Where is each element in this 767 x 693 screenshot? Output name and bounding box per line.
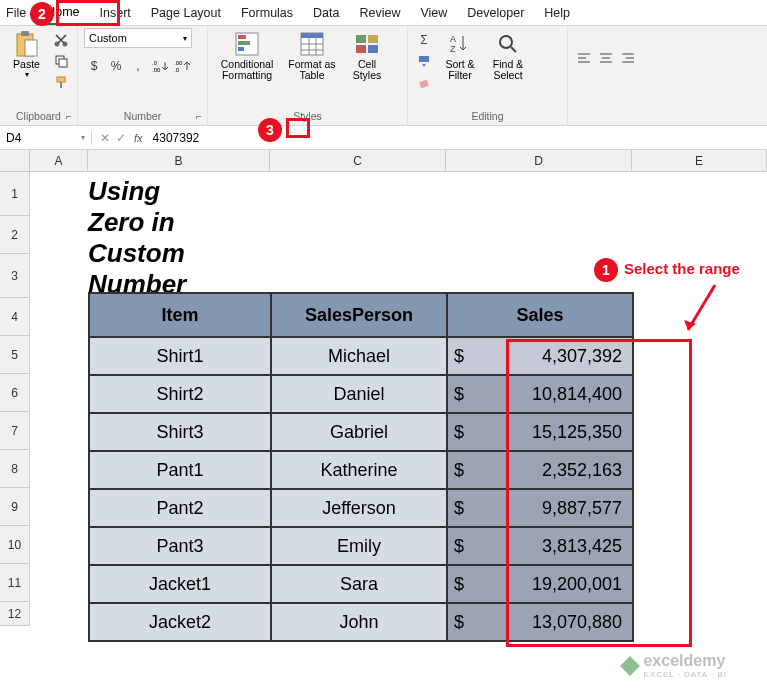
cell-sales[interactable]: $15,125,350 <box>447 413 633 451</box>
currency-symbol: $ <box>454 498 464 519</box>
svg-rect-6 <box>59 59 67 67</box>
fx-icon[interactable]: fx <box>134 132 149 144</box>
cell-salesperson[interactable]: Sara <box>271 565 447 603</box>
enter-formula-icon[interactable]: ✓ <box>116 131 126 145</box>
tab-help[interactable]: Help <box>534 2 580 24</box>
cell-salesperson[interactable]: John <box>271 603 447 641</box>
cell-salesperson[interactable]: Gabriel <box>271 413 447 451</box>
tab-file[interactable]: File <box>0 2 36 24</box>
cell-item[interactable]: Pant3 <box>89 527 271 565</box>
row-header-9[interactable]: 9 <box>0 488 30 526</box>
svg-text:.0: .0 <box>152 60 158 66</box>
tab-view[interactable]: View <box>410 2 457 24</box>
decrease-decimal-button[interactable]: .00.0 <box>172 56 192 76</box>
cancel-formula-icon[interactable]: ✕ <box>100 131 110 145</box>
clipboard-launcher[interactable]: ⌐ <box>63 110 75 122</box>
cell-item[interactable]: Jacket1 <box>89 565 271 603</box>
column-header-E[interactable]: E <box>632 150 767 172</box>
cell-item[interactable]: Pant1 <box>89 451 271 489</box>
tab-review[interactable]: Review <box>349 2 410 24</box>
row-header-4[interactable]: 4 <box>0 298 30 336</box>
tab-page-layout[interactable]: Page Layout <box>141 2 231 24</box>
row-header-2[interactable]: 2 <box>0 216 30 254</box>
align-center-button[interactable] <box>596 48 616 68</box>
cell-item[interactable]: Jacket2 <box>89 603 271 641</box>
copy-button[interactable] <box>51 51 71 71</box>
cell-sales[interactable]: $4,307,392 <box>447 337 633 375</box>
format-as-table-button[interactable]: Format as Table <box>284 28 340 81</box>
cell-sales[interactable]: $9,887,577 <box>447 489 633 527</box>
annotation-text-select: Select the range <box>624 260 740 277</box>
svg-rect-16 <box>238 47 244 51</box>
percent-format-button[interactable]: % <box>106 56 126 76</box>
cell-salesperson[interactable]: Emily <box>271 527 447 565</box>
column-header-C[interactable]: C <box>270 150 446 172</box>
formula-input[interactable]: 4307392 <box>149 131 767 145</box>
cell-salesperson[interactable]: Daniel <box>271 375 447 413</box>
cut-button[interactable] <box>51 30 71 50</box>
cell-item[interactable]: Shirt3 <box>89 413 271 451</box>
row-header-5[interactable]: 5 <box>0 336 30 374</box>
align-left-button[interactable] <box>574 48 594 68</box>
tab-insert[interactable]: Insert <box>90 2 141 24</box>
cell-styles-icon <box>353 30 381 58</box>
align-right-button[interactable] <box>618 48 638 68</box>
watermark: exceldemy EXCEL · DATA · BI <box>623 652 727 679</box>
cell-item[interactable]: Shirt1 <box>89 337 271 375</box>
svg-rect-18 <box>301 33 323 38</box>
comma-format-button[interactable]: , <box>128 56 148 76</box>
cell-sales[interactable]: $19,200,001 <box>447 565 633 603</box>
worksheet-grid[interactable]: ABCDE 123456789101112 Using Zero in Cust… <box>0 150 767 172</box>
column-header-D[interactable]: D <box>446 150 632 172</box>
row-header-1[interactable]: 1 <box>0 172 30 216</box>
tab-data[interactable]: Data <box>303 2 349 24</box>
row-header-8[interactable]: 8 <box>0 450 30 488</box>
row-header-6[interactable]: 6 <box>0 374 30 412</box>
conditional-formatting-button[interactable]: Conditional Formatting <box>214 28 280 81</box>
row-header-7[interactable]: 7 <box>0 412 30 450</box>
cell-salesperson[interactable]: Michael <box>271 337 447 375</box>
select-all-corner[interactable] <box>0 150 30 172</box>
cell-sales[interactable]: $13,070,880 <box>447 603 633 641</box>
row-header-10[interactable]: 10 <box>0 526 30 564</box>
format-painter-button[interactable] <box>51 72 71 92</box>
row-header-12[interactable]: 12 <box>0 602 30 626</box>
fill-button[interactable] <box>414 51 434 71</box>
row-header-11[interactable]: 11 <box>0 564 30 602</box>
clear-button[interactable] <box>414 72 434 92</box>
cell-item[interactable]: Pant2 <box>89 489 271 527</box>
number-format-dropdown[interactable]: Custom ▾ <box>84 28 192 48</box>
header-sales[interactable]: Sales <box>447 293 633 337</box>
name-box[interactable]: D4 ▾ <box>0 131 92 145</box>
cell-salesperson[interactable]: Jefferson <box>271 489 447 527</box>
cell-item[interactable]: Shirt2 <box>89 375 271 413</box>
svg-point-31 <box>500 36 512 48</box>
accounting-format-button[interactable]: $ <box>84 56 104 76</box>
sort-filter-button[interactable]: AZ Sort & Filter <box>438 28 482 81</box>
row-header-3[interactable]: 3 <box>0 254 30 298</box>
cell-styles-button[interactable]: Cell Styles <box>344 28 390 81</box>
find-select-button[interactable]: Find & Select <box>486 28 530 81</box>
cell-sales[interactable]: $10,814,400 <box>447 375 633 413</box>
tab-formulas[interactable]: Formulas <box>231 2 303 24</box>
increase-decimal-button[interactable]: .0.00 <box>150 56 170 76</box>
cell-sales[interactable]: $2,352,163 <box>447 451 633 489</box>
currency-symbol: $ <box>454 422 464 443</box>
tab-developer[interactable]: Developer <box>457 2 534 24</box>
svg-rect-25 <box>356 45 366 53</box>
number-format-launcher[interactable]: ⌐ <box>193 110 205 122</box>
group-styles: Conditional Formatting Format as Table C… <box>208 26 408 125</box>
autosum-button[interactable]: Σ <box>414 30 434 50</box>
header-item[interactable]: Item <box>89 293 271 337</box>
sort-filter-icon: AZ <box>446 30 474 58</box>
column-header-A[interactable]: A <box>30 150 88 172</box>
sales-value: 13,070,880 <box>532 612 622 633</box>
cell-sales[interactable]: $3,813,425 <box>447 527 633 565</box>
tab-home[interactable]: Home <box>36 1 89 25</box>
table-row: Shirt3Gabriel$15,125,350 <box>89 413 633 451</box>
paste-button[interactable]: Paste ▾ <box>6 28 47 79</box>
cell-salesperson[interactable]: Katherine <box>271 451 447 489</box>
group-alignment <box>568 26 668 125</box>
header-salesperson[interactable]: SalesPerson <box>271 293 447 337</box>
column-header-B[interactable]: B <box>88 150 270 172</box>
